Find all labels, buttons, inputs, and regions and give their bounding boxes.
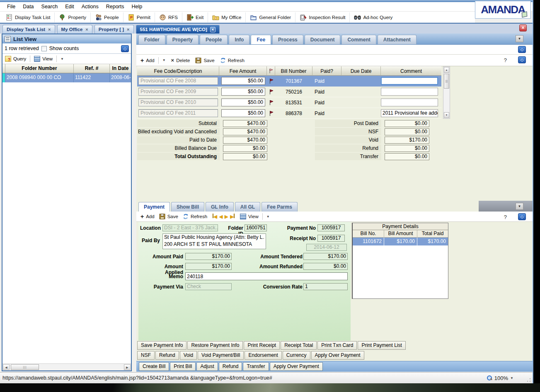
- tab-property[interactable]: Property: [167, 35, 199, 44]
- tab-fee-parms[interactable]: Fee Parms: [262, 202, 298, 212]
- help-button[interactable]: ?: [504, 214, 507, 220]
- add-fee-button[interactable]: Add: [146, 58, 154, 63]
- nsf-button[interactable]: NSF: [137, 351, 155, 360]
- fee-amount-field[interactable]: $50.00: [221, 88, 265, 96]
- scrollbar-thumb[interactable]: |||: [11, 364, 39, 370]
- close-window-button[interactable]: ×: [519, 24, 527, 31]
- view-dropdown-icon[interactable]: ▼: [266, 215, 270, 219]
- general-folder-button[interactable]: General Folder: [246, 12, 295, 22]
- fee-row-2011[interactable]: Provisional CO Fee 2011 $50.00 886378 Pa…: [137, 108, 441, 119]
- close-tab-icon[interactable]: ×: [48, 27, 51, 32]
- tab-people[interactable]: People: [200, 35, 228, 44]
- add-payment-button[interactable]: Add: [146, 214, 154, 219]
- column-header-in-date[interactable]: In Date: [110, 64, 131, 73]
- window-tab-my-office[interactable]: My Office ×: [57, 25, 92, 34]
- fee-comment-field[interactable]: [381, 88, 438, 96]
- header-fee-code[interactable]: Fee Code/Description: [137, 66, 219, 76]
- save-payment-info-button[interactable]: Save Payment Info: [137, 341, 186, 350]
- view-payment-button[interactable]: View: [248, 214, 259, 219]
- fee-code-field[interactable]: Provisional CO Fee 2011: [138, 109, 218, 117]
- folder-list-row[interactable]: 2008 098940 000 00 CO 111422 2008-06-24: [2, 73, 131, 82]
- refund-button[interactable]: Refund: [155, 351, 179, 360]
- tab-all-gl[interactable]: All GL: [235, 202, 260, 212]
- menu-file[interactable]: File: [3, 2, 19, 11]
- scroll-down-icon[interactable]: ▼: [444, 112, 449, 118]
- nav-next-button[interactable]: ▶: [225, 214, 228, 219]
- refresh-payment-button[interactable]: Refresh: [191, 214, 207, 219]
- header-bill-number[interactable]: Bill Number: [275, 66, 312, 76]
- fee-amount-field[interactable]: $50.00: [221, 99, 265, 106]
- print-payment-list-button[interactable]: Print Payment List: [358, 341, 405, 350]
- fee-row-2010[interactable]: Provisional CO Fee 2010 $50.00 813531 Pa…: [137, 97, 441, 108]
- show-counts-checkbox[interactable]: [41, 46, 47, 51]
- save-payment-button[interactable]: Save: [167, 214, 178, 219]
- paid-by-field[interactable]: St Paul Public Housing Agency (Attn: Bet…: [162, 233, 266, 249]
- fee-comment-field[interactable]: [381, 77, 438, 85]
- header-total-paid[interactable]: Total Paid: [417, 230, 448, 238]
- menu-data[interactable]: Data: [19, 2, 37, 11]
- print-receipt-button[interactable]: Print Receipt: [244, 341, 280, 350]
- collapse-panel-button[interactable]: ◇: [121, 45, 129, 52]
- column-header-folder-number[interactable]: Folder Number: [5, 64, 74, 73]
- zoom-dropdown-icon[interactable]: ▼: [510, 376, 513, 380]
- fee-comment-field[interactable]: [381, 99, 438, 106]
- save-icon[interactable]: [195, 58, 201, 63]
- rfs-button[interactable]: RFS: [155, 12, 182, 22]
- fee-amount-field[interactable]: $50.00: [221, 109, 265, 117]
- transfer-button[interactable]: Transfer: [243, 362, 269, 371]
- save-icon[interactable]: [159, 214, 165, 219]
- adjust-button[interactable]: Adjust: [196, 362, 218, 371]
- receipt-total-button[interactable]: Receipt Total: [281, 341, 317, 350]
- tab-info[interactable]: Info: [229, 35, 249, 44]
- tab-document[interactable]: Document: [305, 35, 341, 44]
- header-fee-amount[interactable]: Fee Amount: [219, 66, 267, 76]
- tab-fee[interactable]: Fee: [251, 35, 271, 44]
- fee-comment-field[interactable]: 2011 Provisional fee adde: [381, 109, 438, 117]
- refresh-icon[interactable]: [183, 214, 189, 219]
- inspection-result-button[interactable]: Inspection Result: [295, 12, 350, 22]
- nav-last-button[interactable]: ▶: [230, 214, 235, 219]
- view-button[interactable]: View: [42, 56, 53, 61]
- void-button[interactable]: Void: [180, 351, 197, 360]
- tab-folder[interactable]: Folder: [138, 35, 165, 44]
- fee-row-2009[interactable]: Provisional CO Fee 2009 $50.00 750216 Pa…: [137, 87, 441, 97]
- view-dropdown-icon[interactable]: ▼: [61, 57, 64, 61]
- tab-overflow-dropdown-icon[interactable]: ▼: [516, 35, 523, 42]
- menu-reports[interactable]: Reports: [102, 2, 128, 11]
- fee-code-field[interactable]: Provisional CO Fee 2008: [138, 77, 218, 85]
- memo-input[interactable]: [185, 272, 348, 280]
- window-tab-display-task-list[interactable]: Display Task List ×: [2, 25, 55, 34]
- close-tab-icon[interactable]: ×: [210, 27, 216, 32]
- delete-fee-button[interactable]: Delete: [176, 58, 190, 63]
- add-icon[interactable]: +: [140, 57, 144, 64]
- query-button[interactable]: Query: [13, 56, 26, 61]
- add-dropdown-icon[interactable]: ▼: [162, 58, 166, 62]
- window-tab-property[interactable]: Property [ ] ×: [94, 25, 134, 34]
- header-flag[interactable]: [267, 66, 275, 76]
- my-office-button[interactable]: My Office: [208, 12, 246, 22]
- tab-gl-info[interactable]: GL Info: [206, 202, 234, 212]
- apply-over-payment-bill-button[interactable]: Apply Over Payment: [270, 362, 323, 371]
- restore-payment-info-button[interactable]: Restore Payment Info: [187, 341, 243, 350]
- fee-amount-field[interactable]: $50.00: [221, 77, 265, 85]
- header-comment[interactable]: Comment: [381, 66, 441, 76]
- header-paid[interactable]: Paid?: [312, 66, 341, 76]
- close-tab-icon[interactable]: ×: [85, 27, 88, 32]
- menu-search[interactable]: Search: [38, 2, 62, 11]
- scroll-left-icon[interactable]: ◀: [3, 364, 10, 370]
- horizontal-scrollbar[interactable]: ◀ ||| ▶: [2, 363, 131, 370]
- tab-comment[interactable]: Comment: [341, 35, 376, 44]
- fee-code-field[interactable]: Provisional CO Fee 2009: [138, 88, 218, 96]
- endorsement-button[interactable]: Endorsement: [245, 351, 281, 360]
- print-bill-button[interactable]: Print Bill: [170, 362, 196, 371]
- refund-bill-button[interactable]: Refund: [219, 362, 242, 371]
- permit-button[interactable]: P Permit: [123, 12, 155, 22]
- exit-button[interactable]: Exit: [182, 12, 208, 22]
- save-fee-button[interactable]: Save: [203, 58, 214, 63]
- tab-process[interactable]: Process: [272, 35, 303, 44]
- window-tab-551-hawthorne[interactable]: 551 HAWTHORNE AVE W[CO] ×: [136, 25, 220, 34]
- nav-previous-button[interactable]: ◀: [219, 214, 223, 219]
- property-button[interactable]: Property: [55, 12, 90, 22]
- refresh-fee-button[interactable]: Refresh: [228, 58, 245, 63]
- nav-first-button[interactable]: ◀: [213, 214, 217, 219]
